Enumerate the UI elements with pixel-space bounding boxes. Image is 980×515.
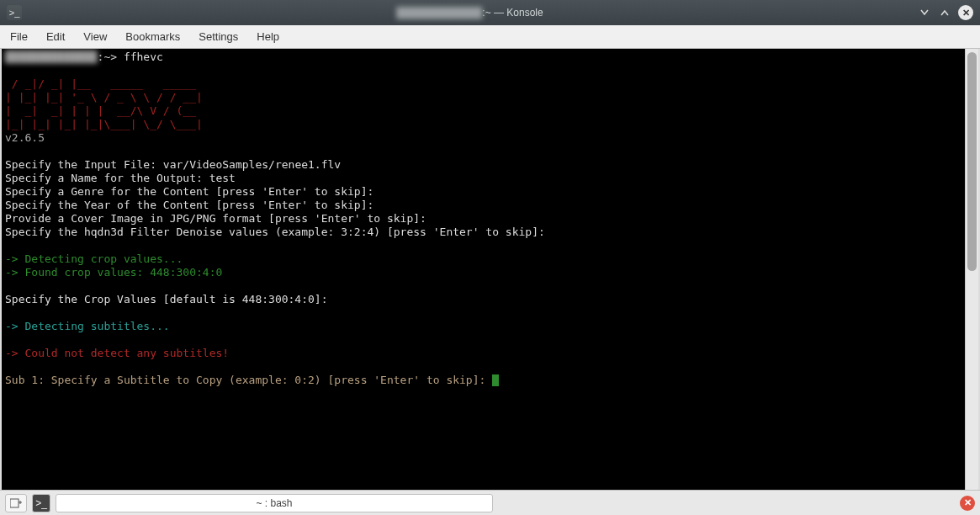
year-line: Specify the Year of the Content [press '… (5, 199, 373, 211)
close-tab-icon[interactable]: ✕ (960, 496, 975, 511)
terminal-area: ██████████████:~> ffhevc / _|/ _| |__ __… (2, 49, 978, 490)
sub1-line: Sub 1: Specify a Subtitle to Copy (examp… (5, 374, 492, 386)
detecting-subs-line: -> Detecting subtitles... (5, 320, 170, 332)
ascii-logo: / _|/ _| |__ _____ _____ | |_| |_| '_ \ … (5, 77, 203, 130)
app-menu-icon[interactable]: >_ (7, 5, 22, 20)
cursor (492, 374, 499, 386)
crop-spec-line: Specify the Crop Values [default is 448:… (5, 293, 328, 305)
detecting-crop-line: -> Detecting crop values... (5, 252, 183, 265)
found-crop-line: -> Found crop values: 448:300:4:0 (5, 266, 222, 279)
window-title: ████████████:~ — Konsole (22, 7, 918, 19)
genre-line: Specify a Genre for the Content [press '… (5, 185, 373, 198)
minimize-icon[interactable] (918, 6, 931, 19)
statusbar: >_ ~ : bash ✕ (0, 490, 980, 515)
cover-line: Provide a Cover Image in JPG/PNG format … (5, 212, 426, 225)
menu-settings[interactable]: Settings (199, 30, 238, 43)
version-text: v2.6.5 (5, 131, 45, 144)
menu-help[interactable]: Help (257, 30, 279, 43)
titlebar[interactable]: >_ ████████████:~ — Konsole ✕ (0, 0, 980, 25)
tab-icon[interactable]: >_ (32, 494, 50, 512)
menu-view[interactable]: View (83, 30, 107, 43)
menu-file[interactable]: File (10, 30, 28, 43)
new-tab-button[interactable] (5, 494, 27, 512)
input-file-line: Specify the Input File: var/VideoSamples… (5, 158, 341, 171)
menubar: File Edit View Bookmarks Settings Help (0, 25, 980, 49)
konsole-window: >_ ████████████:~ — Konsole ✕ File Edit … (0, 0, 980, 515)
scrollbar[interactable] (965, 49, 978, 490)
terminal[interactable]: ██████████████:~> ffhevc / _|/ _| |__ __… (2, 49, 965, 490)
scrollbar-thumb[interactable] (967, 52, 977, 271)
menu-edit[interactable]: Edit (46, 30, 65, 43)
svg-rect-0 (10, 499, 19, 507)
output-name-line: Specify a Name for the Output: test (5, 172, 236, 184)
no-subs-line: -> Could not detect any subtitles! (5, 347, 229, 359)
maximize-icon[interactable] (938, 6, 951, 19)
hqdn3d-line: Specify the hqdn3d Filter Denoise values… (5, 226, 545, 238)
menu-bookmarks[interactable]: Bookmarks (125, 30, 180, 43)
window-controls: ✕ (918, 5, 973, 20)
tab-bash[interactable]: ~ : bash (56, 494, 493, 512)
prompt-line: ██████████████:~> ffhevc (5, 50, 163, 63)
close-icon[interactable]: ✕ (958, 5, 973, 20)
